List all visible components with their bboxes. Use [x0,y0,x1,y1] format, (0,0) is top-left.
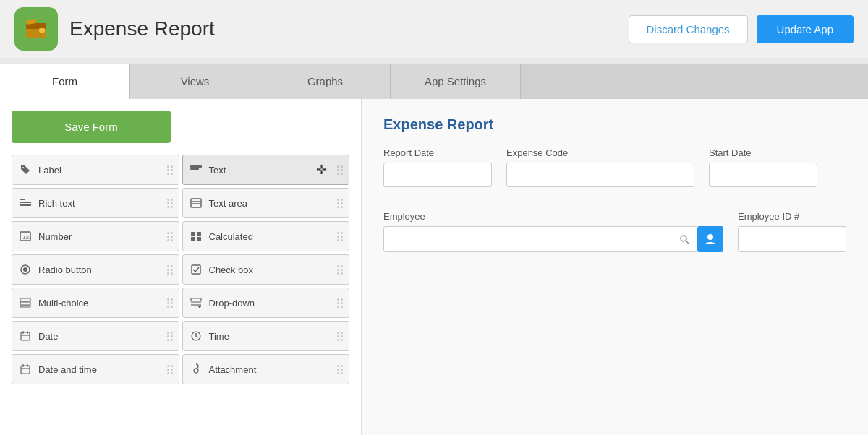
employee-id-field: Employee ID # [738,211,846,252]
report-date-label: Report Date [383,147,492,158]
field-time[interactable]: Time [182,321,350,351]
drag-handle [337,365,343,374]
tag-icon [18,163,33,177]
employee-field: Employee [383,211,723,252]
employee-user-button[interactable] [697,226,723,252]
report-date-input[interactable] [383,163,492,187]
drag-handle [167,365,173,374]
svg-rect-17 [197,237,201,241]
user-icon [704,233,717,246]
drag-handle [167,265,173,275]
svg-rect-6 [20,199,25,200]
employee-row: Employee Employee ID # [383,211,846,252]
svg-rect-23 [20,306,30,307]
drag-handle [167,332,173,341]
move-cursor-icon: ✛ [316,162,327,178]
field-number[interactable]: 123 Number [12,221,179,251]
field-text-label: Text [209,165,226,176]
svg-rect-16 [191,237,195,241]
svg-text:123: 123 [22,234,31,241]
field-drop-down[interactable]: Drop-down [182,288,350,318]
svg-rect-24 [191,298,201,301]
update-app-button[interactable]: Update App [757,15,854,43]
drag-handle [337,165,343,175]
app-header: Expense Report Discard Changes Update Ap… [0,0,868,58]
drag-handle [167,199,173,208]
svg-point-19 [23,267,27,272]
attachment-icon [189,362,203,376]
svg-rect-7 [20,202,31,203]
field-drop-down-label: Drop-down [209,298,255,309]
svg-rect-20 [192,265,200,274]
checkbox-icon [189,262,203,277]
field-number-label: Number [38,231,72,242]
start-date-label: Start Date [709,147,817,158]
svg-rect-5 [190,168,199,170]
header-actions: Discard Changes Update App [629,15,854,43]
save-form-button[interactable]: Save Form [12,111,171,143]
field-radio-button[interactable]: Radio button [12,254,179,285]
field-calculated-label: Calculated [209,231,253,242]
expense-code-input[interactable] [506,163,694,187]
dropdown-icon [189,296,203,310]
discard-changes-button[interactable]: Discard Changes [629,15,748,43]
field-check-box-label: Check box [209,264,253,275]
field-multi-choice-label: Multi-choice [38,298,88,309]
field-label[interactable]: Label [12,155,179,185]
employee-search-button[interactable] [671,226,697,252]
tab-app-settings[interactable]: App Settings [391,64,521,99]
expense-code-field: Expense Code [506,147,694,187]
multichoice-icon [18,296,33,310]
field-text-area[interactable]: Text area [182,188,350,218]
text-icon [189,163,203,177]
field-check-box[interactable]: Check box [182,254,350,285]
field-calculated[interactable]: Calculated [182,221,350,251]
employee-input[interactable] [383,226,671,252]
svg-point-36 [681,236,686,241]
field-radio-label: Radio button [38,264,92,275]
field-date-label: Date [38,331,58,342]
svg-rect-22 [20,302,30,305]
svg-line-37 [686,241,689,244]
svg-rect-4 [190,165,202,168]
tab-views[interactable]: Views [130,64,260,99]
drag-handle [167,298,173,308]
report-date-field: Report Date [383,147,492,187]
field-time-label: Time [209,331,229,342]
right-panel: Expense Report Report Date Expense Code … [362,99,868,435]
drag-handle [167,165,173,175]
drag-handle [337,232,343,241]
tabs-bar: Form Views Graphs App Settings [0,64,868,99]
drag-handle [337,265,343,275]
drag-handle [337,199,343,208]
field-rich-text-label: Rich text [38,198,75,209]
svg-rect-21 [20,298,30,301]
field-date[interactable]: Date [12,321,179,351]
employee-input-group [383,226,723,252]
tab-form[interactable]: Form [0,64,130,99]
field-text[interactable]: Text ✛ [182,155,350,185]
form-divider [383,199,846,199]
app-icon [14,7,58,51]
tab-graphs[interactable]: Graphs [260,64,391,99]
calculated-icon [189,229,203,244]
employee-id-input[interactable] [738,226,846,252]
expense-code-label: Expense Code [506,147,694,158]
field-multi-choice[interactable]: Multi-choice [12,288,179,318]
main-content: Save Form Label Text [0,99,868,435]
header-left: Expense Report [14,7,215,51]
field-attachment-label: Attachment [209,364,257,375]
textarea-icon [189,196,203,210]
field-date-and-time[interactable]: Date and time [12,354,179,384]
drag-handle [167,232,173,241]
form-fields-row1: Report Date Expense Code Start Date [383,147,846,187]
field-rich-text[interactable]: Rich text [12,188,179,218]
start-date-input[interactable] [709,163,817,187]
date-icon [18,329,33,343]
richtext-icon [18,196,33,210]
field-attachment[interactable]: Attachment [182,354,350,384]
svg-rect-15 [197,232,201,236]
datetime-icon [18,362,33,376]
number-icon: 123 [18,229,33,244]
search-icon [679,234,689,244]
